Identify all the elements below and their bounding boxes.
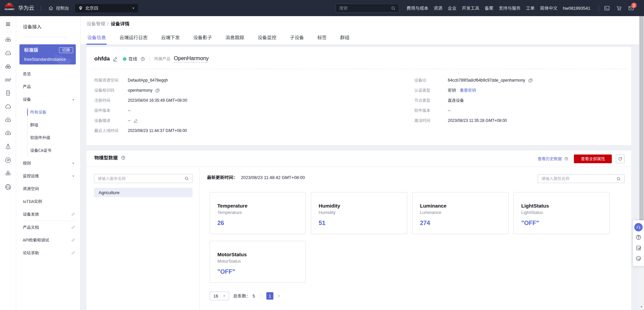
latest-update-time: 2023/08/23 11:48:42 GMT+08:00: [241, 175, 305, 180]
tab-cloud-delivery[interactable]: [161, 32, 180, 45]
rail-cloud-icon[interactable]: [4, 103, 12, 110]
field-row: openharmony: [94, 85, 187, 95]
region-selector[interactable]: [75, 4, 138, 12]
rail-cloud-server-icon[interactable]: [4, 63, 12, 70]
rail-elastic-cloud-server-icon[interactable]: [4, 36, 12, 43]
property-name: LightStatus: [521, 203, 603, 209]
field-row: --: [94, 105, 187, 116]
topbar-menu-icp[interactable]: [485, 6, 493, 10]
sidebar-nav: [16, 68, 80, 259]
thing-model-header: [87, 150, 631, 167]
edit-device-name-icon[interactable]: [112, 56, 118, 62]
copy-icon[interactable]: [528, 78, 533, 83]
tab-device-monitoring[interactable]: [258, 32, 276, 45]
search-icon[interactable]: [616, 176, 621, 181]
rail-cluster-hexagons-icon[interactable]: [4, 170, 12, 177]
service-item-agriculture[interactable]: Agriculture: [94, 188, 193, 197]
scrollbar-thumb[interactable]: [639, 16, 644, 220]
property-card-humidity[interactable]: Humidity Humidity 51: [311, 192, 407, 234]
view-all-properties-button[interactable]: [574, 154, 612, 163]
feedback-icon[interactable]: [635, 245, 642, 251]
rail-data-prism-icon[interactable]: [4, 143, 12, 150]
rail-ip-service-icon[interactable]: [4, 157, 12, 164]
topbar-menu-tickets[interactable]: [526, 6, 535, 10]
account-name[interactable]: hw081993541: [563, 6, 590, 11]
thing-model-help-icon[interactable]: [121, 155, 126, 160]
scrollbar-down-arrow[interactable]: [640, 305, 643, 308]
sidebar-item-label: [30, 136, 50, 140]
topbar-right: hw081993541 2: [335, 0, 634, 16]
prev-page-icon[interactable]: [259, 294, 264, 298]
instance-switch-button[interactable]: [59, 47, 73, 53]
property-card-lightstatus[interactable]: LightStatus LightStatus "OFF": [514, 192, 610, 234]
refresh-button[interactable]: [616, 154, 625, 163]
property-description: MotorStatus: [217, 259, 299, 264]
history-help-icon[interactable]: [564, 157, 569, 161]
sidebar-item-ota-upgrade[interactable]: [28, 131, 80, 144]
rail-cloud-monitor-icon[interactable]: [4, 129, 12, 137]
tab-message-trace[interactable]: [225, 32, 244, 45]
instance-card[interactable]: freeStandardInstance: [19, 44, 76, 64]
page-size-select[interactable]: 16: [210, 292, 229, 300]
tab-cloud-run-logs[interactable]: [119, 32, 148, 45]
sidebar-item-all-devices[interactable]: [28, 106, 80, 119]
topbar-search-input[interactable]: [335, 4, 399, 12]
tab-device-info[interactable]: [87, 32, 106, 45]
customer-service-button[interactable]: [634, 223, 643, 231]
sidebar-item-device-provisioning[interactable]: [16, 208, 80, 221]
breadcrumb-device-management[interactable]: [87, 21, 105, 26]
sidebar-item-device-ca-certs[interactable]: [28, 144, 80, 157]
sidebar-item-overview[interactable]: [16, 68, 80, 80]
tab-device-shadow[interactable]: [193, 32, 212, 45]
tab-groups[interactable]: [340, 32, 350, 45]
edit-icon[interactable]: [133, 118, 138, 123]
sidebar-item-resource-spaces[interactable]: [16, 182, 80, 195]
rail-cloud-upload-icon[interactable]: [4, 116, 12, 124]
topbar-menu-billing[interactable]: [407, 6, 428, 10]
sidebar-item-groups[interactable]: [28, 119, 80, 131]
property-card-temperature[interactable]: Temperature Temperature 26: [210, 192, 306, 234]
hamburger-menu-icon[interactable]: [5, 21, 11, 27]
copy-icon[interactable]: [155, 88, 160, 93]
sidebar-item-products[interactable]: [16, 80, 80, 93]
cli-button[interactable]: [604, 5, 610, 11]
help-icon[interactable]: [635, 234, 642, 240]
reset-secret-link[interactable]: [460, 88, 476, 92]
search-icon[interactable]: [184, 176, 189, 181]
tab-child-devices[interactable]: [290, 32, 304, 45]
huawei-flower-icon: [5, 2, 14, 8]
rail-device-access-icon[interactable]: [4, 89, 12, 97]
sidebar-item-monitoring[interactable]: [16, 170, 80, 182]
satisfaction-icon[interactable]: [635, 255, 642, 262]
topbar-menu-dev-tools[interactable]: [462, 6, 479, 10]
topbar-menu-support[interactable]: [499, 6, 521, 10]
status-help-icon[interactable]: [140, 56, 145, 61]
rail-auto-scaling-icon[interactable]: [4, 76, 12, 83]
property-card-motorstatus[interactable]: MotorStatus MotorStatus "OFF": [210, 241, 306, 283]
search-icon[interactable]: [391, 6, 396, 11]
product-link[interactable]: OpenHarmony: [174, 55, 209, 62]
cart-button[interactable]: [616, 5, 622, 11]
sidebar-item-iotda-instances[interactable]: [16, 195, 80, 208]
topbar-menu-language[interactable]: [540, 6, 557, 10]
sidebar-item-forum-help[interactable]: [16, 247, 80, 259]
service-search-input[interactable]: [94, 174, 193, 183]
topbar-menu-resources[interactable]: [434, 6, 442, 10]
huawei-logo[interactable]: HUAWEI: [5, 2, 14, 10]
sidebar-item-rules[interactable]: [16, 157, 80, 170]
next-page-icon[interactable]: [276, 294, 281, 298]
sidebar-item-api-explorer[interactable]: [16, 234, 80, 247]
rail-web-globe-icon[interactable]: [4, 183, 12, 191]
brand-huaweicloud[interactable]: [18, 0, 34, 16]
tab-tags[interactable]: [317, 32, 327, 45]
page-number-1[interactable]: 1: [266, 292, 273, 300]
topbar-menu-enterprise[interactable]: [448, 6, 457, 10]
sidebar-item-devices[interactable]: [16, 93, 80, 106]
rail-cloud-dots-icon[interactable]: [4, 49, 12, 57]
property-search-input[interactable]: [538, 174, 625, 183]
property-card-luminance[interactable]: Luminance Luminance 274: [412, 192, 508, 234]
console-link[interactable]: [48, 0, 69, 16]
sidebar-item-documentation[interactable]: [16, 221, 80, 234]
view-history-link[interactable]: [538, 157, 562, 161]
messages-button[interactable]: 2: [628, 5, 634, 11]
